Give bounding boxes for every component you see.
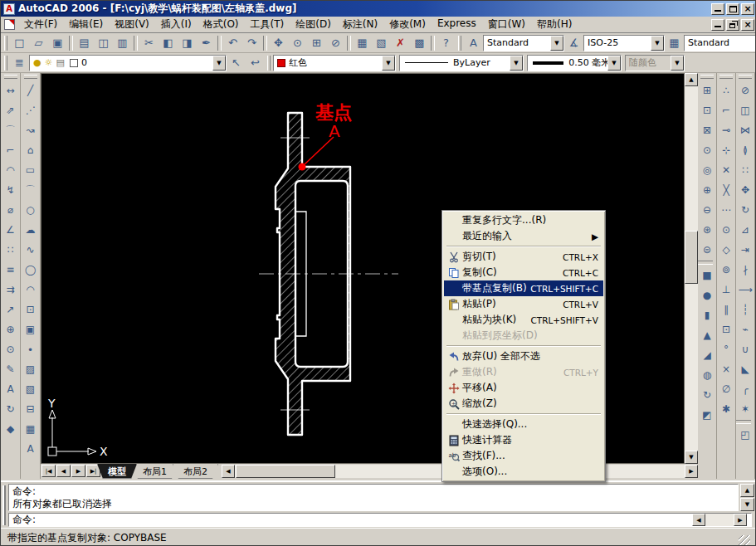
dim-baseline-button[interactable]: ≡ (2, 260, 20, 280)
lineweight-dropdown-arrow[interactable] (607, 56, 621, 71)
zoom-window-button[interactable]: ⊞ (307, 34, 326, 52)
fillet-button[interactable]: ╭ (736, 379, 754, 399)
context-menu-item-copy-with-base-point[interactable]: 带基点复制(B)CTRL+SHIFT+C (444, 280, 603, 296)
layer-dropdown-arrow[interactable] (212, 56, 226, 71)
new-file-button[interactable]: □ (10, 34, 29, 52)
snap-insert-button[interactable]: ⊡ (717, 319, 735, 339)
snap-extension-button[interactable]: ⋯ (717, 200, 735, 220)
context-menu-item-undo-deselect-all[interactable]: 放弃(U) 全部不选 (444, 349, 603, 364)
command-scroll-up-button[interactable]: ▲ (740, 484, 754, 497)
minimize-button[interactable] (711, 3, 724, 15)
layer-properties-manager-button[interactable]: ≣ (10, 54, 29, 72)
snap-apparent-intersection-button[interactable]: ╳ (717, 180, 735, 200)
snap-midpoint-button[interactable]: ⊹ (717, 140, 735, 160)
dim-jogged-button[interactable]: ↯ (2, 180, 20, 200)
make-object-layer-current-button[interactable]: ↖ (227, 54, 246, 72)
zoom-realtime-button[interactable]: ⊙ (288, 34, 307, 52)
linetype-dropdown-arrow[interactable] (510, 56, 523, 71)
dim-style-manager-button[interactable]: ◆ (2, 419, 20, 439)
draw-polygon-button[interactable]: ⌂ (22, 140, 40, 160)
dim-style-combo[interactable]: ISO-25 (583, 35, 665, 51)
tab-nav-first[interactable]: |◀ (41, 465, 56, 477)
zoom-extents-button[interactable]: ⊜ (698, 240, 716, 260)
color-combo[interactable]: 红色 (273, 55, 396, 71)
snap-tangent-button[interactable]: ⊚ (717, 260, 735, 280)
cut-clip-button[interactable]: ✂ (139, 34, 159, 52)
undo-button[interactable]: ↶ (223, 34, 242, 52)
sheet-set-manager-button[interactable]: ▦ (353, 34, 372, 52)
scroll-up-button[interactable]: ▲ (685, 73, 698, 86)
reference-manager-button[interactable]: ✗ (391, 34, 410, 52)
toolbar-grip[interactable] (267, 56, 271, 71)
lineweight-combo[interactable]: 0.50 毫米 (527, 55, 622, 71)
explode-button[interactable]: ✶ (736, 399, 754, 419)
zoom-window-2-button[interactable]: ⊞ (698, 80, 716, 100)
tab-layout2[interactable]: 布局2 (173, 464, 218, 479)
draw-order-button[interactable]: ◰ (736, 425, 754, 445)
menu-view[interactable]: 视图(V) (109, 16, 155, 33)
render-button[interactable]: ◩ (698, 405, 716, 425)
toolbar-grip[interactable] (24, 75, 37, 79)
zoom-object-button[interactable]: ◎ (698, 160, 716, 180)
draw-gradient-button[interactable]: ▧ (22, 379, 40, 399)
dim-linear-button[interactable]: ↔ (2, 80, 20, 100)
publish-button[interactable]: ▥ (113, 34, 132, 52)
snap-quadrant-button[interactable]: ◇ (717, 240, 735, 260)
tab-nav-prev[interactable]: ◀ (56, 465, 71, 477)
canvas-vertical-scrollbar[interactable]: ▲ ▼ (685, 73, 698, 464)
menu-help[interactable]: 帮助(H) (531, 16, 578, 33)
orbit-3d-button[interactable]: ↻ (698, 385, 716, 405)
chamfer-button[interactable]: ◣ (736, 359, 754, 379)
insert-block-button[interactable]: ⊡ (22, 300, 40, 319)
draw-ellipse-button[interactable]: ◯ (22, 260, 40, 280)
extend-button[interactable]: ⟶ (736, 280, 754, 300)
draw-hatch-button[interactable]: ▨ (22, 359, 40, 379)
toolbar-grip[interactable] (739, 75, 752, 79)
menu-edit[interactable]: 编辑(E) (63, 16, 109, 33)
draw-table-button[interactable]: ▦ (22, 419, 40, 439)
context-menu-item-copy[interactable]: 复制(C)CTRL+C (444, 265, 603, 280)
dim-arc-length-button[interactable]: ⌒ (2, 120, 20, 140)
snap-none-button[interactable]: ∅ (717, 379, 735, 399)
zoom-dynamic-button[interactable]: ⊡ (698, 100, 716, 120)
draw-revcloud-button[interactable]: ☁ (22, 220, 40, 240)
stretch-button[interactable]: ⇥ (736, 240, 754, 260)
offset-button[interactable]: ≬ (736, 140, 754, 160)
context-menu-item-repeat-mtext[interactable]: 重复多行文字...(R) (444, 212, 603, 228)
zoom-previous-button[interactable]: ⊘ (326, 34, 345, 52)
command-scroll-left-button[interactable]: ◀ (692, 514, 705, 526)
pan-realtime-button[interactable]: ✥ (269, 34, 288, 52)
tab-layout1[interactable]: 布局1 (132, 464, 178, 479)
layer-plot-icon[interactable]: ▤ (56, 57, 64, 68)
copy-object-button[interactable]: ◫ (736, 100, 754, 120)
zoom-center-button[interactable]: ⊙ (698, 140, 716, 160)
join-button[interactable]: ∪ (736, 339, 754, 359)
snap-perpendicular-button[interactable]: ⊥ (717, 280, 735, 300)
context-menu-item-options[interactable]: 选项(O)... (444, 464, 603, 480)
toolbar-grip[interactable] (4, 36, 7, 51)
toolbar-grip[interactable] (4, 75, 17, 79)
plot-preview-button[interactable]: ◫ (94, 34, 113, 52)
draw-rectangle-button[interactable]: ▭ (22, 160, 40, 180)
scroll-left-button[interactable]: ◀ (222, 465, 235, 478)
menu-modify[interactable]: 修改(M) (383, 16, 432, 33)
doc-close-button[interactable]: × (741, 19, 754, 31)
solid-wedge-button[interactable]: ◢ (698, 345, 716, 365)
draw-point-button[interactable]: ∙ (22, 339, 40, 359)
menu-express[interactable]: Express (432, 16, 482, 33)
dim-aligned-button[interactable]: ⇗ (2, 100, 20, 120)
dim-style-manager-button[interactable]: ∡ (564, 34, 583, 52)
maximize-button[interactable] (726, 3, 739, 15)
temporary-track-point-button[interactable]: ∴ (717, 80, 735, 100)
copy-clip-button[interactable]: ◧ (159, 34, 178, 52)
context-menu-item-pan[interactable]: 平移(A) (444, 380, 603, 396)
command-scroll-right-button[interactable]: ▶ (734, 514, 747, 526)
toolbar-grip[interactable] (458, 36, 461, 51)
window-resize-grip[interactable] (739, 535, 750, 546)
command-history[interactable]: 命令:所有对象都已取消选择 (8, 484, 739, 511)
close-button[interactable]: × (741, 3, 754, 15)
context-menu-item-quick-select[interactable]: 快速选择(Q)... (444, 417, 603, 432)
menu-window[interactable]: 窗口(W) (482, 16, 531, 33)
linetype-combo[interactable]: ByLayer (399, 55, 524, 71)
color-dropdown-arrow[interactable] (382, 56, 395, 71)
